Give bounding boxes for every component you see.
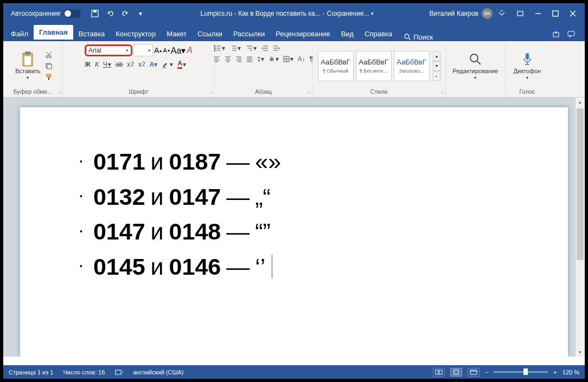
tab-references[interactable]: Ссылки <box>192 27 228 41</box>
autosave-toggle[interactable]: Автосохранение <box>11 9 81 18</box>
svg-rect-67 <box>439 370 442 374</box>
print-layout-icon[interactable] <box>450 368 462 377</box>
format-painter-icon[interactable] <box>45 73 53 81</box>
dictate-button[interactable]: Диктофон ▾ <box>512 49 544 82</box>
font-launcher-icon[interactable]: ⌐ <box>210 89 213 95</box>
toggle-switch[interactable] <box>63 9 81 18</box>
decrease-indent-icon[interactable] <box>261 45 269 51</box>
strike-button[interactable]: ab <box>116 61 123 68</box>
share-icon[interactable] <box>552 30 560 38</box>
save-icon[interactable] <box>91 9 99 18</box>
svg-line-8 <box>408 38 411 40</box>
scroll-up-icon[interactable]: ▴ <box>576 98 585 106</box>
group-styles: АаБбВвГ¶ Обычный АаБбВвГ¶ Без инте... Аа… <box>312 43 446 97</box>
zoom-out-button[interactable]: − <box>485 369 488 375</box>
copy-icon[interactable] <box>45 62 53 70</box>
align-right-icon[interactable] <box>235 56 242 62</box>
bullets-icon[interactable]: ▾ <box>214 44 225 52</box>
change-case-icon[interactable]: Aa▾ <box>171 46 186 56</box>
justify-icon[interactable] <box>246 56 253 62</box>
font-size-combo[interactable]: ▾ <box>133 44 153 56</box>
sort-icon[interactable]: A↓ <box>298 55 305 63</box>
zoom-in-button[interactable]: + <box>553 369 557 375</box>
increase-font-icon[interactable]: A▴ <box>154 46 162 55</box>
shading-icon[interactable]: ▾ <box>269 55 279 63</box>
svg-rect-20 <box>47 74 51 77</box>
page-count[interactable]: Страница 1 из 1 <box>9 369 53 375</box>
search-box[interactable]: Поиск <box>404 33 433 41</box>
window-frame-icon[interactable] <box>516 10 524 17</box>
list-item: • 0132 и 0147 — „“ <box>80 179 525 215</box>
tab-file[interactable]: Файл <box>5 27 34 41</box>
ribbon-mode-icon[interactable] <box>498 10 506 17</box>
status-bar: Страница 1 из 1 Число слов: 16 английски… <box>3 365 585 379</box>
borders-icon[interactable]: ▾ <box>283 55 293 63</box>
word-count[interactable]: Число слов: 16 <box>63 369 105 375</box>
italic-button[interactable]: К <box>95 61 99 68</box>
increase-indent-icon[interactable] <box>273 45 280 51</box>
multilevel-icon[interactable]: ▾ <box>245 44 257 52</box>
font-color-icon[interactable]: A▾ <box>177 60 186 69</box>
microphone-icon <box>520 51 535 67</box>
styles-gallery-nav[interactable]: ▴▾⌄ <box>433 51 440 81</box>
editing-button[interactable]: Редактирование ▾ <box>451 49 501 82</box>
tab-review[interactable]: Рецензирование <box>270 27 335 41</box>
svg-rect-68 <box>454 370 458 374</box>
align-center-icon[interactable] <box>225 56 231 62</box>
styles-launcher-icon[interactable]: ⌐ <box>442 89 444 95</box>
paste-button[interactable]: Вставить ▾ <box>13 49 43 82</box>
close-icon[interactable] <box>570 10 576 17</box>
underline-button[interactable]: Ч▾ <box>103 61 111 68</box>
web-layout-icon[interactable] <box>468 368 480 377</box>
redo-icon[interactable] <box>121 9 130 18</box>
paragraph-launcher-icon[interactable]: ⌐ <box>308 89 311 95</box>
tab-design[interactable]: Конструктор <box>110 27 161 41</box>
code-2: 0187 <box>169 144 221 179</box>
superscript-button[interactable]: x2 <box>138 61 145 68</box>
line-spacing-icon[interactable]: ‡▾ <box>257 55 264 63</box>
language[interactable]: английский (США) <box>133 369 184 375</box>
group-clipboard: Вставить ▾ Буфер обме... ⌐ <box>3 43 63 97</box>
bold-button[interactable]: Ж <box>85 61 91 68</box>
doc-name-text: Lumpics.ru - Как в Ворде поставить ка... <box>201 10 321 17</box>
clipboard-launcher-icon[interactable]: ⌐ <box>59 89 61 95</box>
maximize-icon[interactable] <box>552 10 559 17</box>
svg-point-23 <box>214 46 215 47</box>
numbering-icon[interactable]: ▾ <box>229 44 241 52</box>
clear-formatting-icon[interactable]: A <box>187 46 193 55</box>
page[interactable]: • 0171 и 0187 — «» • 0132 и 0147 — „“ • … <box>20 107 568 357</box>
tab-help[interactable]: Справка <box>359 27 398 41</box>
highlight-icon[interactable]: ▾ <box>162 61 173 68</box>
text-effects-icon[interactable]: A▾ <box>149 61 157 68</box>
scroll-down-icon[interactable]: ▾ <box>576 348 585 357</box>
undo-icon[interactable] <box>106 9 114 18</box>
zoom-level[interactable]: 120 % <box>563 369 579 375</box>
tab-insert[interactable]: Вставка <box>73 27 110 41</box>
tab-layout[interactable]: Макет <box>161 27 192 41</box>
document-title: Lumpics.ru - Как в Ворде поставить ка...… <box>145 10 429 17</box>
minimize-icon[interactable] <box>535 10 541 17</box>
qat-dropdown-icon[interactable]: ▾ <box>136 9 145 18</box>
style-heading1[interactable]: АаБбВвГЗаголово... <box>394 51 430 81</box>
align-left-icon[interactable] <box>214 56 220 62</box>
decrease-font-icon[interactable]: A▾ <box>163 47 169 54</box>
zoom-slider[interactable] <box>494 371 548 373</box>
subscript-button[interactable]: x2 <box>127 61 134 68</box>
spellcheck-icon[interactable] <box>115 368 124 376</box>
cut-icon[interactable] <box>45 51 53 59</box>
list-item: • 0147 и 0148 — “” <box>80 214 525 249</box>
scroll-thumb[interactable] <box>577 108 584 260</box>
font-name-value: Arial <box>88 47 101 54</box>
style-no-spacing[interactable]: АаБбВвГ¶ Без инте... <box>356 51 392 81</box>
user-name: Виталий Каиров <box>429 10 478 17</box>
vertical-scrollbar[interactable]: ▴ ▾ <box>575 98 585 357</box>
read-mode-icon[interactable] <box>433 368 445 377</box>
tab-home[interactable]: Главная <box>34 25 73 41</box>
dictate-label: Диктофон <box>514 68 541 74</box>
tab-view[interactable]: Вид <box>336 27 360 41</box>
user-area[interactable]: Виталий Каиров ВК <box>429 8 493 19</box>
comments-icon[interactable] <box>567 30 575 38</box>
style-normal[interactable]: АаБбВвГ¶ Обычный <box>318 51 354 81</box>
font-name-combo[interactable]: Arial▾ <box>85 44 132 56</box>
tab-mailings[interactable]: Рассылки <box>228 27 270 41</box>
